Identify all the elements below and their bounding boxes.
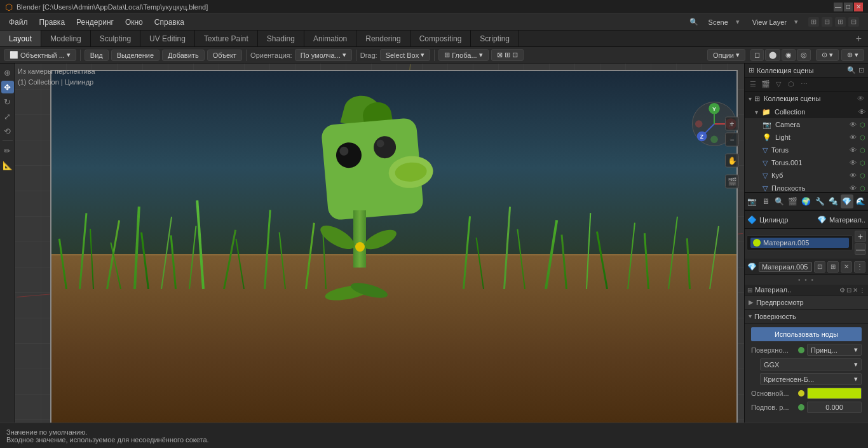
outliner-cube[interactable]: ▽ Куб 👁 ⬡ [745,169,868,182]
plane-visibility[interactable]: 👁 [850,184,857,192]
menu-edit[interactable]: Правка [34,17,71,28]
outliner-filter-icon[interactable]: 🔍 [847,66,856,74]
prop-tab-output[interactable]: 🖥 [759,194,771,208]
material-remove-btn[interactable]: — [855,243,866,255]
camera-btn[interactable]: 🎬 [725,175,739,189]
material-slot-list[interactable]: Материал.005 [747,235,853,250]
minimize-button[interactable]: — [834,3,843,11]
tool-move[interactable]: ✥ [1,81,14,93]
torus-visibility[interactable]: 👁 [850,146,857,154]
material-name-field[interactable]: Материал.005 [759,262,812,272]
filter-all-icon[interactable]: ☰ [747,79,759,90]
tab-layout[interactable]: Layout [0,31,41,46]
material-settings-icon[interactable]: ⚙ [839,287,845,294]
transform-btn[interactable]: ⊞ Глоба... ▾ [438,49,488,61]
header-extra-btn1[interactable]: ⊞ [808,17,819,27]
prop-tab-view[interactable]: 🔍 [773,194,785,208]
prop-tab-modifier[interactable]: 🔩 [827,194,839,208]
viewport-material-btn[interactable]: ◉ [782,49,796,61]
menu-file[interactable]: Файл [4,17,33,28]
distribution-dropdown[interactable]: GGX ▾ [760,358,862,370]
tab-sculpting[interactable]: Sculpting [91,31,140,46]
light-visibility[interactable]: 👁 [850,133,857,141]
outliner-torus001[interactable]: ▽ Torus.001 👁 ⬡ [745,156,868,169]
tab-scripting[interactable]: Scripting [471,31,519,46]
filter-objects-icon[interactable]: ▽ [773,79,784,90]
outliner-light[interactable]: 💡 Light 👁 ⬡ [745,131,868,144]
torus001-extra-icon[interactable]: ⬡ [860,160,865,166]
zoom-out-btn[interactable]: − [725,133,739,147]
select-menu[interactable]: Выделение [111,50,159,61]
tab-rendering[interactable]: Rendering [356,31,410,46]
material-delete-icon[interactable]: ✕ [853,287,858,294]
prop-tab-world[interactable]: 🌍 [800,194,812,208]
camera-visibility[interactable]: 👁 [850,121,857,128]
orientation-dropdown[interactable]: По умолча... ▾ [295,49,352,61]
subsurface-value[interactable]: 0.000 [807,402,862,413]
view-menu[interactable]: Вид [85,50,109,61]
material-add-btn[interactable]: + [855,231,866,242]
mode-selector[interactable]: ⬜ Объектный ... ▾ [4,49,76,61]
torus001-visibility[interactable]: 👁 [850,159,857,166]
maximize-button[interactable]: □ [844,3,853,11]
add-menu[interactable]: Добавить [162,50,205,61]
tool-cursor[interactable]: ⊕ [1,66,14,79]
menu-help[interactable]: Справка [149,17,189,28]
viewport-rendered-btn[interactable]: ◎ [797,49,811,61]
surface-type-dropdown[interactable]: Принц... ▾ [807,344,862,356]
material-copy-btn[interactable]: ⊞ [827,261,839,273]
filter-more-icon[interactable]: ⋯ [798,79,810,90]
prop-tab-material[interactable]: 💎 [841,194,853,208]
options-btn[interactable]: Опции ▾ [707,49,745,61]
object-menu[interactable]: Объект [207,50,242,61]
cube-visibility[interactable]: 👁 [850,172,857,179]
tab-animation[interactable]: Animation [304,31,356,46]
prop-tab-physics[interactable]: 🌊 [855,194,867,208]
filter-mesh-icon[interactable]: ⬡ [785,79,797,90]
material-menu-icon[interactable]: ⊞ [747,287,752,294]
viewport-canvas[interactable]: Из камеры перспектива (1) Collection | Ц… [15,64,744,430]
close-button[interactable]: ✕ [854,3,863,11]
torus-extra-icon[interactable]: ⬡ [860,147,865,154]
preview-section-header[interactable]: ▶ Предпросмотр [745,295,868,309]
collection-visibility[interactable]: 👁 [858,108,865,116]
material-settings-btn[interactable]: ⋮ [854,261,865,273]
prop-tab-scene[interactable]: 🎬 [787,194,799,208]
header-scene-expand[interactable]: ▾ [733,18,742,26]
material-slot-item-active[interactable]: Материал.005 [750,238,849,248]
zoom-in-btn[interactable]: + [725,117,739,131]
material-remove-x-btn[interactable]: ✕ [841,261,852,273]
scene-collection-visibility[interactable]: 👁 [857,95,864,102]
pan-btn[interactable]: ✋ [725,154,739,168]
tool-annotate[interactable]: ✏ [1,144,14,157]
tab-texture-paint[interactable]: Texture Paint [195,31,258,46]
base-color-swatch[interactable] [807,388,862,399]
surface-section-header[interactable]: ▾ Поверхность [745,309,868,323]
viewport-wireframe-btn[interactable]: ◻ [750,49,764,61]
prop-tab-render[interactable]: 📷 [746,194,758,208]
prop-tab-object[interactable]: 🔧 [814,194,826,208]
header-scene-icon[interactable]: 🔍 [687,18,701,26]
header-extra-btn3[interactable]: ⊞ [835,17,846,27]
tab-shading[interactable]: Shading [258,31,304,46]
transform-extra-btn[interactable]: ⊠ ⊞ ⊡ [491,49,524,61]
menu-render[interactable]: Рендеринг [71,17,119,28]
viewport-solid-btn[interactable]: ⬤ [765,49,780,61]
viewport-container[interactable]: Из камеры перспектива (1) Collection | Ц… [15,64,744,430]
tool-rotate[interactable]: ↻ [1,95,14,108]
plane-extra-icon[interactable]: ⬡ [860,185,865,192]
outliner-plane[interactable]: ▽ Плоскость 👁 ⬡ [745,182,868,193]
tool-scale[interactable]: ⤢ [1,110,14,123]
use-nodes-btn[interactable]: Использовать ноды [751,327,862,341]
header-viewlayer-expand[interactable]: ▾ [792,18,801,26]
filter-scene-icon[interactable]: 🎬 [760,79,771,90]
outliner-scene-collection[interactable]: ▾ ⊞ Коллекция сцены 👁 [745,92,868,105]
header-extra-btn4[interactable]: ⊟ [848,17,859,27]
material-browse-btn[interactable]: ⊡ [814,261,825,273]
camera-extra-icon[interactable]: ⬡ [860,121,865,128]
select-box-btn[interactable]: Select Box ▾ [380,49,431,61]
add-workspace-btn[interactable]: + [853,33,864,44]
tab-compositing[interactable]: Compositing [410,31,471,46]
multiscatter-dropdown[interactable]: Кристенсен-Б... ▾ [760,373,862,385]
outliner-sort-icon[interactable]: ⊡ [858,66,864,74]
